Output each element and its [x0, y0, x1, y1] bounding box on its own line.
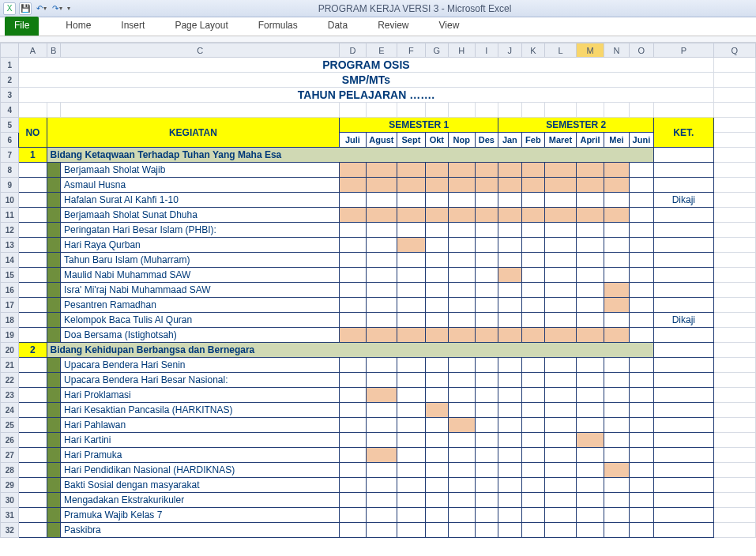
col-header-C[interactable]: C — [61, 43, 340, 58]
tab-view[interactable]: View — [436, 17, 463, 36]
ket-cell[interactable]: Dikaji — [654, 193, 713, 208]
month-cell[interactable] — [604, 418, 629, 433]
tab-formulas[interactable]: Formulas — [255, 17, 301, 36]
ket-cell[interactable] — [654, 358, 713, 373]
month-cell[interactable] — [498, 298, 522, 313]
month-cell[interactable] — [545, 403, 577, 418]
ket-cell[interactable] — [654, 403, 713, 418]
cell-no[interactable] — [19, 223, 47, 238]
month-cell[interactable] — [340, 478, 366, 493]
month-cell[interactable] — [449, 463, 475, 478]
month-cell[interactable] — [604, 508, 629, 523]
activity-text[interactable]: Hari Kartini — [61, 433, 340, 448]
activity-text[interactable]: Kelompok Baca Tulis Al Quran — [61, 313, 340, 328]
month-cell[interactable] — [498, 523, 522, 538]
month-cell[interactable] — [340, 403, 366, 418]
ket-cell[interactable] — [654, 388, 713, 403]
month-cell[interactable] — [545, 478, 577, 493]
row-header-11[interactable]: 11 — [1, 208, 19, 223]
month-cell[interactable] — [629, 193, 654, 208]
col-header-F[interactable]: F — [397, 43, 425, 58]
month-cell[interactable] — [449, 508, 475, 523]
month-cell[interactable] — [397, 448, 425, 463]
month-cell[interactable] — [475, 403, 498, 418]
month-cell[interactable] — [604, 238, 629, 253]
month-cell[interactable] — [475, 208, 498, 223]
month-cell[interactable] — [521, 358, 545, 373]
month-cell[interactable] — [397, 253, 425, 268]
month-cell[interactable] — [629, 358, 654, 373]
cell[interactable] — [713, 298, 756, 313]
month-cell[interactable] — [521, 523, 545, 538]
month-cell[interactable] — [340, 313, 366, 328]
cell[interactable] — [713, 388, 756, 403]
month-cell[interactable] — [475, 493, 498, 508]
cell[interactable] — [713, 238, 756, 253]
month-cell[interactable] — [449, 388, 475, 403]
cell[interactable] — [713, 178, 756, 193]
month-cell[interactable] — [366, 208, 397, 223]
month-cell[interactable] — [545, 328, 577, 343]
row-header-29[interactable]: 29 — [1, 478, 19, 493]
cell[interactable] — [713, 493, 756, 508]
activity-text[interactable]: Doa Bersama (Istighotsah) — [61, 328, 340, 343]
month-cell[interactable] — [397, 313, 425, 328]
month-cell[interactable] — [545, 178, 577, 193]
month-cell[interactable] — [449, 358, 475, 373]
month-cell[interactable] — [397, 223, 425, 238]
tab-home[interactable]: Home — [62, 17, 94, 36]
month-cell[interactable] — [629, 493, 654, 508]
excel-icon[interactable]: X — [3, 2, 16, 15]
month-cell[interactable] — [366, 298, 397, 313]
month-cell[interactable] — [366, 493, 397, 508]
month-cell[interactable] — [576, 223, 604, 238]
month-cell[interactable] — [604, 313, 629, 328]
cell-no[interactable] — [19, 463, 47, 478]
cell[interactable] — [545, 103, 577, 118]
month-cell[interactable] — [340, 298, 366, 313]
ket-cell[interactable] — [654, 523, 713, 538]
month-cell[interactable] — [576, 193, 604, 208]
month-cell[interactable] — [366, 463, 397, 478]
worksheet-grid[interactable]: ABCDEFGHIJKLMNOPQ 1PROGRAM OSIS2SMP/MTs3… — [0, 43, 756, 538]
ket-cell[interactable]: Dikaji — [654, 313, 713, 328]
cell-no[interactable] — [19, 208, 47, 223]
month-cell[interactable] — [425, 463, 448, 478]
month-cell[interactable] — [449, 523, 475, 538]
month-cell[interactable] — [449, 268, 475, 283]
activity-text[interactable]: Asmaul Husna — [61, 178, 340, 193]
month-cell[interactable] — [397, 493, 425, 508]
activity-text[interactable]: Hari Pendidikan Nasional (HARDIKNAS) — [61, 463, 340, 478]
activity-text[interactable]: Upacara Bendera Hari Senin — [61, 358, 340, 373]
month-cell[interactable] — [425, 433, 448, 448]
month-cell[interactable] — [604, 493, 629, 508]
ket-cell[interactable] — [654, 268, 713, 283]
month-cell[interactable] — [545, 208, 577, 223]
cell[interactable] — [521, 103, 545, 118]
month-cell[interactable] — [475, 418, 498, 433]
month-cell[interactable] — [397, 283, 425, 298]
tab-data[interactable]: Data — [325, 17, 351, 36]
month-cell[interactable] — [629, 298, 654, 313]
month-cell[interactable] — [340, 208, 366, 223]
cell[interactable] — [19, 103, 47, 118]
row-header-18[interactable]: 18 — [1, 313, 19, 328]
cell[interactable] — [713, 193, 756, 208]
cell[interactable] — [713, 253, 756, 268]
month-cell[interactable] — [475, 313, 498, 328]
month-cell[interactable] — [397, 163, 425, 178]
month-cell[interactable] — [604, 373, 629, 388]
activity-text[interactable]: Hari Kesaktian Pancasila (HARKITNAS) — [61, 403, 340, 418]
cell[interactable] — [713, 358, 756, 373]
cell-no[interactable] — [19, 388, 47, 403]
cell[interactable] — [498, 103, 522, 118]
row-header-9[interactable]: 9 — [1, 178, 19, 193]
col-header-D[interactable]: D — [340, 43, 366, 58]
month-cell[interactable] — [604, 463, 629, 478]
col-header-O[interactable]: O — [629, 43, 654, 58]
month-cell[interactable] — [545, 223, 577, 238]
row-header-22[interactable]: 22 — [1, 373, 19, 388]
row-header-20[interactable]: 20 — [1, 343, 19, 358]
month-cell[interactable] — [449, 283, 475, 298]
ket-cell[interactable] — [654, 418, 713, 433]
